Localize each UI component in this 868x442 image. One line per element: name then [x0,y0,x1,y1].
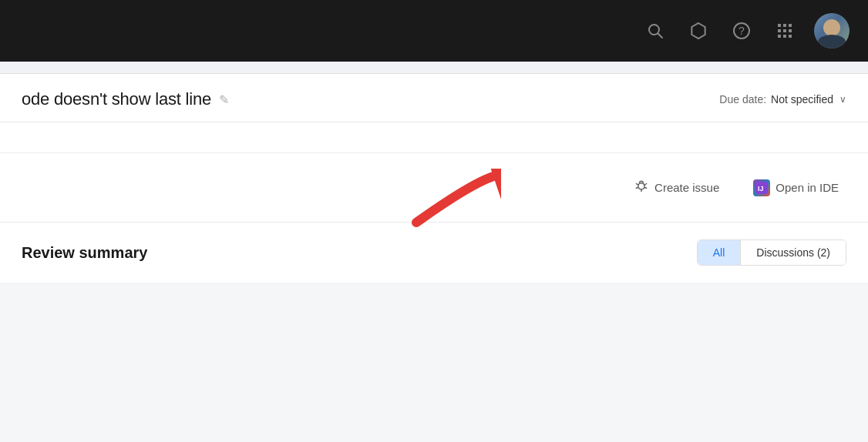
search-icon[interactable] [641,17,669,45]
svg-point-15 [638,183,644,189]
chevron-down-icon: ∨ [839,94,846,105]
svg-rect-11 [778,35,781,38]
edit-icon[interactable]: ✎ [219,92,229,107]
empty-area [0,122,868,153]
topbar: ? [0,0,868,62]
svg-line-19 [644,188,647,189]
open-in-ide-button[interactable]: IJ Open in IDE [745,175,846,201]
create-issue-button[interactable]: Create issue [626,173,727,202]
tab-discussions[interactable]: Discussions (2) [741,240,846,265]
help-icon[interactable]: ? [728,17,755,45]
svg-line-17 [644,184,647,186]
title-left: ode doesn't show last line ✎ [22,89,229,109]
annotation-arrow [409,169,501,230]
due-date-container[interactable]: Due date: Not specified ∨ [719,93,846,105]
due-date-label: Due date: [719,93,766,105]
svg-rect-10 [789,29,792,32]
svg-rect-6 [783,24,786,27]
svg-marker-2 [691,23,705,39]
bug-icon [634,178,649,197]
section-separator [0,62,868,74]
svg-text:?: ? [738,25,745,37]
avatar[interactable] [814,13,849,49]
svg-line-18 [636,188,638,189]
create-issue-label: Create issue [654,181,719,194]
tab-all[interactable]: All [698,240,742,265]
svg-rect-9 [783,29,786,32]
page-title: ode doesn't show last line [22,89,211,109]
svg-rect-12 [783,35,786,38]
ide-icon: IJ [753,179,770,196]
svg-line-1 [658,34,663,39]
svg-rect-5 [778,24,781,27]
hexagon-icon[interactable] [685,17,712,45]
review-summary-section: Review summary All Discussions (2) [0,223,868,283]
svg-rect-8 [778,29,781,32]
svg-rect-13 [789,35,792,38]
svg-rect-7 [789,24,792,27]
svg-text:IJ: IJ [758,185,764,193]
open-ide-label: Open in IDE [775,181,839,194]
title-section: ode doesn't show last line ✎ Due date: N… [0,74,868,122]
due-date-value: Not specified [771,93,833,105]
svg-line-16 [636,184,638,186]
action-section: Create issue IJ Open in IDE [0,153,868,223]
review-tabs: All Discussions (2) [697,239,846,266]
grid-icon[interactable] [771,17,799,45]
review-summary-title: Review summary [22,244,147,262]
